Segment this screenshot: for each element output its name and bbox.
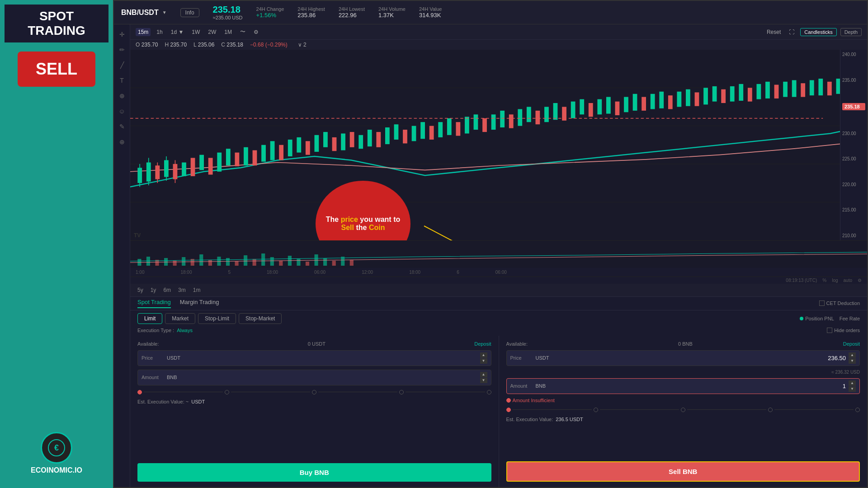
time-btn-1h[interactable]: 1h <box>154 28 165 36</box>
market-btn[interactable]: Market <box>165 313 195 324</box>
time-axis: 1:00 18:00 5 18:00 06:00 12:00 18:00 6 0… <box>130 267 867 277</box>
time-btn-settings[interactable]: ⚙ <box>251 28 261 36</box>
time-btn-custom[interactable]: 〜 <box>238 27 248 37</box>
trading-pair: BNB/USDT <box>121 9 159 17</box>
24h-volume-group: 24H Volume 1.37K <box>378 6 406 19</box>
buy-price-input[interactable] <box>188 355 477 361</box>
sell-error-msg: Amount Insufficient <box>513 398 555 403</box>
chart-time-toolbar: 15m 1h 1d ▼ 1W 2W 1M 〜 ⚙ Reset ⛶ Candles… <box>130 24 867 40</box>
period-1y[interactable]: 1y <box>149 286 158 294</box>
buy-progress-25[interactable] <box>225 390 229 394</box>
pair-selector[interactable]: BNB/USDT ▼ <box>121 9 167 17</box>
stop-limit-btn[interactable]: Stop-Limit <box>198 313 236 324</box>
chart-reset-btn[interactable]: Reset <box>764 28 783 36</box>
trading-toggles: Position PNL Fee Rate <box>800 316 860 321</box>
period-6m[interactable]: 6m <box>161 286 173 294</box>
buy-deposit-link[interactable]: Deposit <box>474 341 491 347</box>
sell-amount-down[interactable]: ▼ <box>849 386 856 392</box>
svg-rect-81 <box>748 88 752 101</box>
buy-amount-up[interactable]: ▲ <box>480 372 487 377</box>
sell-price-input[interactable] <box>557 355 846 361</box>
hide-orders-checkbox[interactable] <box>827 328 832 333</box>
sell-progress-50[interactable] <box>681 408 685 412</box>
buy-amount-input[interactable] <box>188 374 477 381</box>
svg-rect-59 <box>553 103 558 120</box>
sell-progress-75[interactable] <box>768 408 773 412</box>
annotation-tool[interactable]: ✎ <box>118 121 127 132</box>
line-tool[interactable]: ╱ <box>118 60 126 70</box>
sell-deposit-link[interactable]: Deposit <box>843 341 860 347</box>
buy-progress-50[interactable] <box>312 390 316 394</box>
tab-spot-trading[interactable]: Spot Trading <box>137 299 171 308</box>
high-value: 235.86 <box>297 12 325 19</box>
cursor-tool[interactable]: ✛ <box>118 29 127 40</box>
time-btn-1m[interactable]: 1M <box>222 28 234 36</box>
svg-rect-99 <box>130 241 867 268</box>
svg-rect-73 <box>677 92 681 107</box>
period-3m[interactable]: 3m <box>176 286 188 294</box>
svg-rect-26 <box>261 145 266 162</box>
sell-progress-25[interactable] <box>594 408 598 412</box>
buy-amount-down[interactable]: ▼ <box>480 378 487 383</box>
fullscreen-btn[interactable]: ⛶ <box>787 28 797 36</box>
buy-price-down[interactable]: ▼ <box>480 358 487 364</box>
svg-rect-40 <box>385 127 390 144</box>
depth-btn[interactable]: Depth <box>840 28 862 36</box>
stop-market-btn[interactable]: Stop-Market <box>239 313 282 324</box>
execution-row: Execution Type : Always Hide orders <box>130 327 867 336</box>
position-pnl-label[interactable]: Position PNL <box>805 316 834 321</box>
sell-amount-input[interactable] <box>557 383 846 389</box>
buy-progress-0[interactable] <box>137 390 142 394</box>
fee-rate-label[interactable]: Fee Rate <box>840 316 860 321</box>
svg-rect-90 <box>827 82 832 95</box>
text-tool[interactable]: T <box>118 75 126 86</box>
svg-rect-35 <box>341 133 345 150</box>
time-btn-1d[interactable]: 1d ▼ <box>169 28 186 36</box>
val-value: 314.93K <box>419 12 442 19</box>
buy-price-up[interactable]: ▲ <box>480 352 487 358</box>
chart-gear-icon[interactable]: ⚙ <box>858 278 862 283</box>
hide-orders-label: Hide orders <box>834 328 860 333</box>
period-5y[interactable]: 5y <box>136 286 145 294</box>
sell-button[interactable]: Sell BNB <box>506 461 860 482</box>
svg-rect-70 <box>651 94 655 109</box>
cet-checkbox[interactable] <box>819 300 825 306</box>
chart-auto[interactable]: auto <box>844 278 852 283</box>
svg-rect-64 <box>597 99 602 115</box>
emoji-tool[interactable]: ☺ <box>117 106 127 117</box>
pair-dropdown-arrow: ▼ <box>162 10 167 15</box>
tab-margin-trading[interactable]: Margin Trading <box>180 299 219 308</box>
info-button[interactable]: Info <box>180 8 199 17</box>
time-btn-15m[interactable]: 15m <box>136 28 151 36</box>
buy-available-label: Available: <box>137 341 159 347</box>
candlesticks-btn[interactable]: Candlesticks <box>800 28 836 36</box>
svg-rect-43 <box>412 126 416 141</box>
buy-button[interactable]: Buy BNB <box>137 463 491 482</box>
price-usd: ≈235.00 USD <box>213 15 243 20</box>
sell-progress-0[interactable] <box>506 408 511 412</box>
buy-progress-75[interactable] <box>399 390 404 394</box>
chart-percent[interactable]: % <box>822 278 826 283</box>
time-btn-1w[interactable]: 1W <box>189 28 202 36</box>
sell-price-up[interactable]: ▲ <box>849 352 856 358</box>
sell-amount-up[interactable]: ▲ <box>849 380 856 386</box>
buy-progress-100[interactable] <box>487 390 491 394</box>
time-btn-2w[interactable]: 2W <box>206 28 218 36</box>
limit-btn[interactable]: Limit <box>137 313 162 324</box>
svg-rect-110 <box>226 258 230 266</box>
sell-progress-100[interactable] <box>855 408 860 412</box>
period-1m[interactable]: 1m <box>191 286 203 294</box>
svg-rect-111 <box>235 261 238 266</box>
pencil-tool[interactable]: ✏ <box>118 44 127 55</box>
chart-log[interactable]: log <box>832 278 838 283</box>
zoom-tool[interactable]: ⊕ <box>118 136 127 147</box>
chart-bottom-bar: 08:19:13 (UTC) % log auto ⚙ <box>130 277 867 284</box>
sell-price-down[interactable]: ▼ <box>849 358 856 364</box>
sell-price-row: Price USDT ▲ ▼ <box>506 350 860 366</box>
ohlc-change: −0.68 (−0.29%) <box>250 42 288 48</box>
sell-progress-line-2 <box>600 409 679 410</box>
sell-price-usd-equiv: ≈ 236.32 USD <box>506 370 860 375</box>
measure-tool[interactable]: ⊕ <box>118 90 127 101</box>
exec-value[interactable]: Always <box>177 328 193 333</box>
volume-value: 1.37K <box>378 12 406 19</box>
